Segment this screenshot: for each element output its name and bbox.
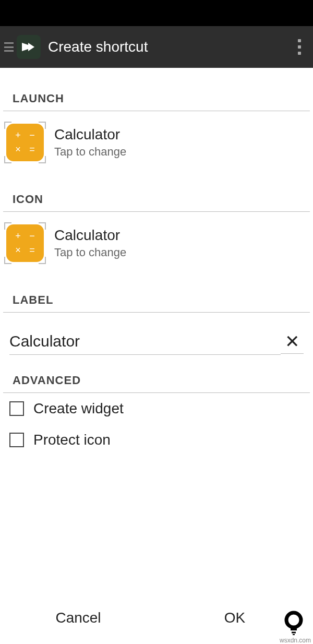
app-logo-icon (17, 35, 41, 59)
svg-rect-1 (291, 626, 297, 630)
status-bar (0, 0, 313, 26)
footer: Cancel OK (0, 592, 313, 644)
content: LAUNCH +−×= Calculator Tap to change ICO… (0, 68, 313, 644)
svg-point-0 (286, 613, 301, 627)
cancel-button[interactable]: Cancel (0, 599, 156, 637)
overflow-menu-icon[interactable] (290, 39, 309, 55)
launch-title: Calculator (54, 126, 126, 143)
section-header-label: LABEL (3, 275, 310, 313)
icon-sub: Tap to change (54, 246, 126, 259)
create-widget-checkbox[interactable] (9, 401, 24, 416)
clear-icon[interactable]: ✕ (281, 329, 304, 354)
protect-icon-label: Protect icon (33, 432, 111, 448)
icon-row[interactable]: +−×= Calculator Tap to change (0, 212, 313, 275)
app-bar: Create shortcut (0, 26, 313, 68)
calculator-icon: +−×= (6, 224, 44, 262)
hamburger-icon[interactable] (4, 42, 14, 52)
create-widget-row[interactable]: Create widget (0, 393, 313, 424)
protect-icon-row[interactable]: Protect icon (0, 424, 313, 456)
app-title: Create shortcut (48, 39, 290, 55)
label-input[interactable] (9, 328, 281, 355)
protect-icon-checkbox[interactable] (9, 433, 24, 447)
launch-sub: Tap to change (54, 145, 126, 159)
create-widget-label: Create widget (33, 400, 124, 417)
lightbulb-icon[interactable] (280, 607, 308, 639)
icon-title: Calculator (54, 227, 126, 244)
watermark: wsxdn.com (280, 637, 311, 644)
section-header-advanced: ADVANCED (3, 355, 310, 393)
launch-row[interactable]: +−×= Calculator Tap to change (0, 111, 313, 174)
section-header-icon: ICON (3, 174, 310, 212)
calculator-icon: +−×= (6, 124, 44, 161)
section-header-launch: LAUNCH (3, 68, 310, 111)
